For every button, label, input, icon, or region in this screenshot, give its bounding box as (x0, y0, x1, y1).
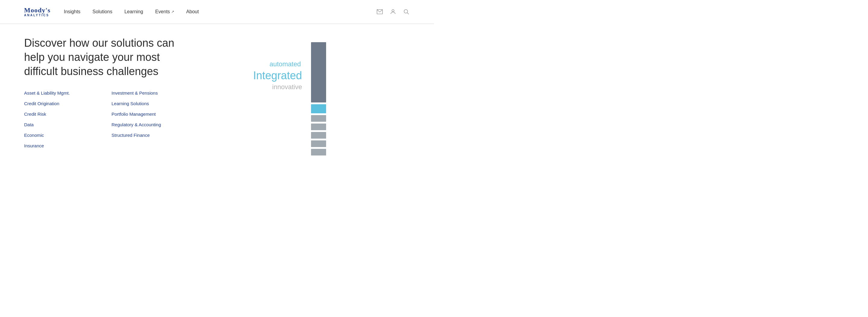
solutions-col-1: Asset & Liability Mgmt. Credit Originati… (24, 90, 112, 148)
anim-integrated-text: Integrated (253, 69, 302, 82)
user-icon[interactable] (390, 8, 397, 15)
integrated-prefix: In (253, 69, 262, 82)
main-nav: Insights Solutions Learning Events ↗ Abo… (63, 9, 200, 14)
content-left: Discover how our solutions can help you … (24, 36, 235, 156)
solution-portfolio[interactable]: Portfolio Management (112, 112, 199, 117)
anim-automated-text: automated (270, 60, 301, 68)
integrated-suffix: rated (277, 69, 302, 82)
solution-economic[interactable]: Economic (24, 133, 112, 138)
main-content: Discover how our solutions can help you … (0, 24, 434, 167)
headline: Discover how our solutions can help you … (24, 36, 181, 78)
header-right (376, 8, 410, 15)
bars-chart (311, 42, 326, 156)
bar-accent (311, 104, 326, 113)
solutions-grid: Asset & Liability Mgmt. Credit Originati… (24, 90, 199, 148)
nav-insights[interactable]: Insights (63, 9, 82, 14)
nav-solutions[interactable]: Solutions (91, 9, 114, 14)
anim-innovative-text: innovative (272, 83, 302, 91)
bar-short-2 (311, 124, 326, 130)
bar-short-5 (311, 149, 326, 156)
solution-data[interactable]: Data (24, 122, 112, 127)
solution-credit-origination[interactable]: Credit Origination (24, 101, 112, 106)
solutions-col-2: Investment & Pensions Learning Solutions… (112, 90, 199, 148)
mail-icon[interactable] (376, 8, 383, 15)
header: Moody's ANALYTICS Insights Solutions Lea… (0, 0, 434, 24)
solution-credit-risk[interactable]: Credit Risk (24, 112, 112, 117)
solution-insurance[interactable]: Insurance (24, 143, 112, 148)
bar-short-1 (311, 115, 326, 122)
solution-learning[interactable]: Learning Solutions (112, 101, 199, 106)
search-icon[interactable] (403, 8, 410, 15)
external-link-icon: ↗ (171, 10, 174, 14)
visual-section: automated Integrated innovative (253, 42, 326, 156)
bar-short-3 (311, 132, 326, 138)
nav-about[interactable]: About (185, 9, 200, 14)
logo-analytics: ANALYTICS (24, 14, 51, 17)
solution-structured-finance[interactable]: Structured Finance (112, 133, 199, 138)
svg-line-3 (407, 13, 409, 14)
integrated-accent: teg (262, 69, 277, 82)
solution-regulatory[interactable]: Regulatory & Accounting (112, 122, 199, 127)
nav-learning[interactable]: Learning (123, 9, 144, 14)
text-animation: automated Integrated innovative (253, 60, 302, 91)
solution-investment-pensions[interactable]: Investment & Pensions (112, 90, 199, 96)
solution-asset-liability[interactable]: Asset & Liability Mgmt. (24, 90, 112, 96)
header-left: Moody's ANALYTICS Insights Solutions Lea… (24, 7, 200, 17)
svg-point-2 (404, 10, 408, 13)
nav-events[interactable]: Events ↗ (154, 9, 176, 14)
logo[interactable]: Moody's ANALYTICS (24, 7, 51, 17)
bar-short-4 (311, 140, 326, 147)
logo-moodys: Moody's (24, 7, 51, 13)
content-right: automated Integrated innovative (253, 36, 326, 156)
svg-point-1 (392, 10, 394, 12)
bar-tall (311, 42, 326, 102)
